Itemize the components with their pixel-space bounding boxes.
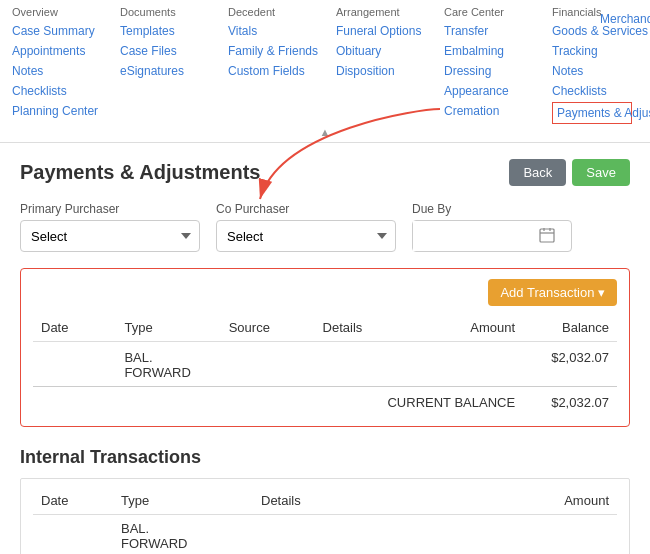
nav-link-templates[interactable]: Templates — [120, 22, 200, 40]
table-row: BAL.FORWARD $2,032.07 — [33, 342, 617, 387]
nav-link-obituary[interactable]: Obituary — [336, 42, 416, 60]
nav-link-custom-fields[interactable]: Custom Fields — [228, 62, 308, 80]
nav-section-title-decedent: Decedent — [228, 6, 308, 18]
nav-section-arrangement: Arrangement Funeral Options Obituary Dis… — [336, 6, 416, 124]
internal-header-row: Date Type Details Amount — [33, 489, 617, 515]
col-header-source: Source — [221, 316, 315, 342]
nav-link-esignatures[interactable]: eSignatures — [120, 62, 200, 80]
internal-col-header-amount: Amount — [413, 489, 617, 515]
internal-col-header-details: Details — [253, 489, 413, 515]
due-by-input-wrapper — [412, 220, 572, 252]
internal-transactions-box: Date Type Details Amount BAL.FORWARD — [20, 478, 630, 554]
cell-date — [33, 342, 116, 387]
cell-amount — [419, 342, 523, 387]
nav-section-merchandise: Merchandise — [600, 6, 650, 124]
main-content: Payments & Adjustments Back Save Primary… — [0, 143, 650, 554]
current-balance-row: CURRENT BALANCE $2,032.07 — [33, 387, 617, 417]
primary-purchaser-select[interactable]: Select — [20, 220, 200, 252]
col-header-balance: Balance — [523, 316, 617, 342]
nav-section-care-center: Care Center Transfer Embalming Dressing … — [444, 6, 524, 124]
internal-table-head: Date Type Details Amount — [33, 489, 617, 515]
transactions-header-row: Date Type Source Details Amount Balance — [33, 316, 617, 342]
cell-balance: $2,032.07 — [523, 342, 617, 387]
internal-transactions-title: Internal Transactions — [20, 447, 630, 468]
due-by-label: Due By — [412, 202, 572, 216]
nav-link-funeral-options[interactable]: Funeral Options — [336, 22, 416, 40]
co-purchaser-label: Co Purchaser — [216, 202, 396, 216]
svg-rect-1 — [540, 229, 554, 242]
back-button[interactable]: Back — [509, 159, 566, 186]
cell-type: BAL.FORWARD — [116, 342, 220, 387]
transactions-table-body: BAL.FORWARD $2,032.07 CURRENT BALANCE $2… — [33, 342, 617, 417]
internal-cell-date — [33, 515, 113, 555]
due-by-input[interactable] — [413, 221, 533, 251]
nav-link-planning-center[interactable]: Planning Center — [12, 102, 92, 120]
nav-section-title-documents: Documents — [120, 6, 200, 18]
transactions-header: Add Transaction — [33, 279, 617, 306]
cell-details — [315, 342, 419, 387]
nav-section-title-overview: Overview — [12, 6, 92, 18]
col-header-amount: Amount — [419, 316, 523, 342]
calendar-icon[interactable] — [533, 227, 561, 246]
nav-link-disposition[interactable]: Disposition — [336, 62, 416, 80]
col-header-date: Date — [33, 316, 116, 342]
nav-link-checklists[interactable]: Checklists — [12, 82, 92, 100]
nav-sections: Overview Case Summary Appointments Notes… — [12, 6, 638, 124]
nav-link-vitals[interactable]: Vitals — [228, 22, 308, 40]
nav-section-documents: Documents Templates Case Files eSignatur… — [120, 6, 200, 124]
nav-link-case-summary[interactable]: Case Summary — [12, 22, 92, 40]
current-balance-date — [33, 387, 116, 417]
internal-cell-amount — [413, 515, 617, 555]
nav-section-title-care-center: Care Center — [444, 6, 524, 18]
internal-col-header-type: Type — [113, 489, 253, 515]
transactions-box: Add Transaction Date Type Source Details… — [20, 268, 630, 427]
nav-section-decedent: Decedent Vitals Family & Friends Custom … — [228, 6, 308, 124]
save-button[interactable]: Save — [572, 159, 630, 186]
internal-cell-type: BAL.FORWARD — [113, 515, 253, 555]
nav-link-notes[interactable]: Notes — [12, 62, 92, 80]
internal-table-body: BAL.FORWARD TOTAL $0.00 — [33, 515, 617, 555]
nav-link-dressing[interactable]: Dressing — [444, 62, 524, 80]
current-balance-type — [116, 387, 220, 417]
nav-link-cremation[interactable]: Cremation — [444, 102, 524, 120]
nav-collapse-indicator[interactable]: ▲ — [12, 124, 638, 142]
cell-source — [221, 342, 315, 387]
nav-link-family-friends[interactable]: Family & Friends — [228, 42, 308, 60]
header-buttons: Back Save — [509, 159, 630, 186]
current-balance-source — [221, 387, 315, 417]
due-by-group: Due By — [412, 202, 572, 252]
nav-link-transfer[interactable]: Transfer — [444, 22, 524, 40]
nav-link-merchandise[interactable]: Merchandise — [600, 10, 650, 28]
add-transaction-button[interactable]: Add Transaction — [488, 279, 617, 306]
internal-col-header-date: Date — [33, 489, 113, 515]
col-header-details: Details — [315, 316, 419, 342]
page-title: Payments & Adjustments — [20, 161, 260, 184]
nav-link-appearance[interactable]: Appearance — [444, 82, 524, 100]
nav-section-title-arrangement: Arrangement — [336, 6, 416, 18]
page-header: Payments & Adjustments Back Save — [20, 159, 630, 186]
current-balance-label: CURRENT BALANCE — [315, 387, 524, 417]
nav-link-case-files[interactable]: Case Files — [120, 42, 200, 60]
internal-cell-details — [253, 515, 413, 555]
internal-transactions-section: Internal Transactions Date Type Details … — [20, 447, 630, 554]
transactions-table: Date Type Source Details Amount Balance … — [33, 316, 617, 416]
nav-link-embalming[interactable]: Embalming — [444, 42, 524, 60]
co-purchaser-select[interactable]: Select — [216, 220, 396, 252]
internal-transactions-table: Date Type Details Amount BAL.FORWARD — [33, 489, 617, 554]
primary-purchaser-label: Primary Purchaser — [20, 202, 200, 216]
nav-section-overview: Overview Case Summary Appointments Notes… — [12, 6, 92, 124]
table-row: BAL.FORWARD — [33, 515, 617, 555]
purchase-form-row: Primary Purchaser Select Co Purchaser Se… — [20, 202, 630, 252]
primary-purchaser-group: Primary Purchaser Select — [20, 202, 200, 252]
nav-link-appointments[interactable]: Appointments — [12, 42, 92, 60]
transactions-table-head: Date Type Source Details Amount Balance — [33, 316, 617, 342]
navigation: Overview Case Summary Appointments Notes… — [0, 0, 650, 143]
col-header-type: Type — [116, 316, 220, 342]
current-balance-value: $2,032.07 — [523, 387, 617, 417]
co-purchaser-group: Co Purchaser Select — [216, 202, 396, 252]
